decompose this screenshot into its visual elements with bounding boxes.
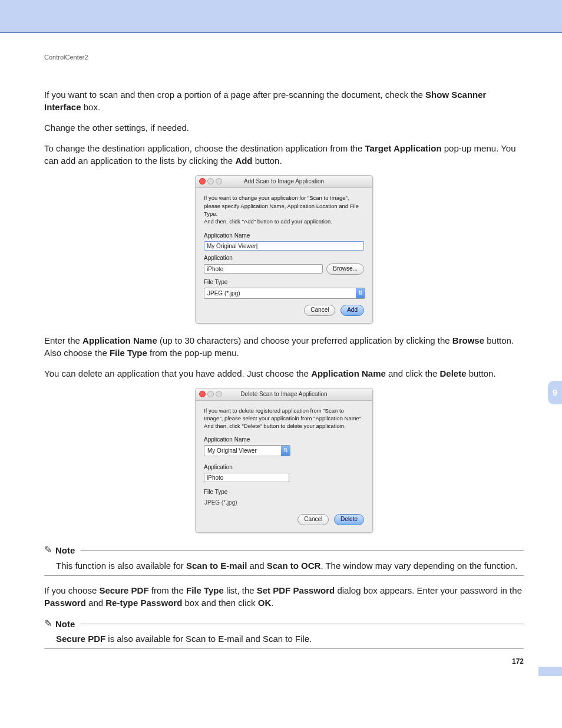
field-label: Application Name [204, 232, 364, 240]
minimize-icon[interactable] [207, 178, 214, 185]
cancel-button[interactable]: Cancel [297, 514, 329, 525]
note-block: ✎ Note This function is also available f… [44, 543, 524, 575]
paragraph: Change the other settings, if needed. [44, 121, 524, 134]
top-border-bar [0, 0, 562, 33]
field-label: Application Name [204, 436, 364, 444]
delete-button[interactable]: Delete [334, 514, 364, 525]
note-icon: ✎ [44, 617, 52, 630]
zoom-icon[interactable] [216, 391, 222, 397]
dialog-title: Add Scan to Image Application [244, 178, 324, 185]
file-type-value: JPEG (*.jpg) [204, 498, 364, 508]
dialog-titlebar: Add Scan to Image Application [196, 176, 372, 188]
note-label: Note [55, 544, 75, 556]
note-icon: ✎ [44, 543, 52, 556]
window-controls [199, 178, 224, 190]
cancel-button[interactable]: Cancel [304, 305, 335, 316]
field-label: File Type [204, 488, 364, 496]
chevron-updown-icon: ⇅ [281, 446, 290, 456]
field-label: Application [204, 254, 364, 262]
paragraph: To change the destination application, c… [44, 142, 524, 167]
paragraph: If you choose Secure PDF from the File T… [44, 584, 524, 609]
window-controls [199, 391, 224, 403]
page-number: 172 [512, 657, 524, 667]
application-field: iPhoto [204, 264, 323, 274]
paragraph: If you want to scan and then crop a port… [44, 88, 524, 113]
note-text: This function is also available for Scan… [56, 559, 524, 572]
chapter-tab: 9 [548, 381, 562, 404]
field-label: File Type [204, 278, 364, 286]
dialog-title: Delete Scan to Image Application [240, 391, 327, 397]
section-header: ControlCenter2 [44, 53, 524, 62]
dialog-titlebar: Delete Scan to Image Application [196, 388, 372, 401]
note-block: ✎ Note Secure PDF is also available for … [44, 617, 524, 649]
chevron-updown-icon: ⇅ [356, 288, 365, 298]
zoom-icon[interactable] [216, 178, 222, 185]
paragraph: You can delete an application that you h… [44, 367, 524, 380]
delete-application-dialog: Delete Scan to Image Application If you … [195, 388, 373, 533]
file-type-select[interactable]: JPEG (*.jpg) ⇅ [204, 288, 365, 299]
app-name-input[interactable]: My Original Viewer| [204, 241, 364, 251]
note-text: Secure PDF is also available for Scan to… [56, 633, 524, 645]
close-icon[interactable] [199, 391, 206, 397]
dialog-instruction: If you want to delete registered applica… [204, 407, 364, 430]
close-icon[interactable] [199, 178, 206, 185]
page-corner-mark [538, 667, 562, 676]
note-label: Note [55, 618, 75, 630]
dialog-instruction: If you want to change your application f… [204, 194, 364, 225]
minimize-icon[interactable] [207, 391, 214, 397]
field-label: Application [204, 463, 364, 472]
browse-button[interactable]: Browse... [326, 263, 364, 275]
app-name-select[interactable]: My Original Viewer ⇅ [204, 445, 290, 456]
add-button[interactable]: Add [340, 305, 364, 316]
application-field: iPhoto [204, 473, 289, 482]
add-application-dialog: Add Scan to Image Application If you wan… [195, 175, 373, 323]
paragraph: Enter the Application Name (up to 30 cha… [44, 334, 524, 359]
